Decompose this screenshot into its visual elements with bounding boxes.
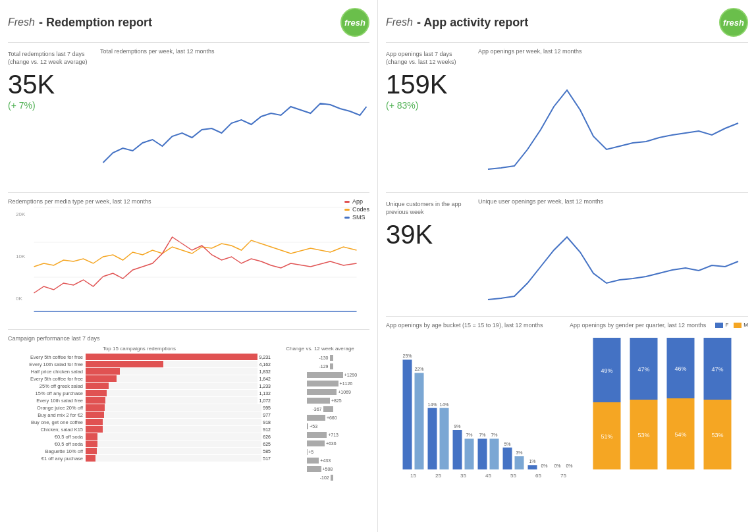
y-label-20k: 20K [16, 211, 25, 217]
right-panel: Fresh - App activity report fresh App op… [378, 0, 756, 532]
campaign-row: Chicken; salad K15912 [8, 426, 271, 433]
left-metric-box: Total redemptions last 7 days (change vs… [8, 48, 100, 187]
left-top-sparkline [100, 57, 369, 179]
campaign-bar-wrap [86, 383, 257, 389]
campaign-name: €1 off any puchase [8, 456, 86, 462]
legend-codes-dot [344, 209, 350, 211]
campaign-name: Buy one, get one coffee [8, 419, 86, 425]
campaign-bar [86, 426, 103, 433]
age-bar-f [428, 408, 437, 469]
change-rows: -130-129+1290+1126+1069+825-367+660+53+7… [271, 354, 369, 481]
change-value: +660 [327, 415, 337, 420]
campaign-row: €0,5 off soda626 [8, 433, 271, 440]
age-x-label: 45 [485, 473, 491, 479]
right-mid-chart-label: Unique user openings per week, last 12 m… [478, 198, 748, 205]
right-metric-box-mid: Unique customers in the app previous wee… [386, 198, 478, 311]
age-bar-f-label: 0% [554, 464, 560, 468]
left-metric-change: (+ 7%) [8, 100, 100, 111]
left-panel: Fresh - Redemption report fresh Total re… [0, 0, 378, 532]
change-neg-bar-wrap: -129 [271, 363, 333, 369]
gender-chart-section: App openings by gender per quarter, last… [570, 322, 748, 519]
right-logo: fresh [719, 8, 748, 37]
campaign-rows: Every 5th coffee for free9,231Every 10th… [8, 354, 271, 462]
legend-m-dot [734, 323, 742, 328]
legend-m: M [734, 322, 748, 328]
age-bar-m [490, 439, 499, 469]
change-pos-bar [307, 466, 321, 472]
campaign-bar [86, 361, 163, 367]
campaign-bar-wrap [86, 404, 261, 411]
right-brand: Fresh - App activity report [386, 16, 528, 30]
campaign-row: Every 5th coffee for free1,642 [8, 375, 271, 382]
campaign-bar [86, 412, 104, 418]
change-value: +433 [320, 458, 331, 463]
right-top-section: App openings last 7 days (change vs. las… [386, 48, 748, 193]
campaign-name: Baguette 10% off [8, 448, 86, 454]
gender-m-label: 53% [637, 432, 649, 439]
age-bar-m-label: 22% [414, 367, 423, 371]
campaign-value: 1,642 [259, 377, 271, 381]
campaign-row: Every 5th coffee for free9,231 [8, 354, 271, 360]
left-metric-label: Total redemptions last 7 days (change vs… [8, 51, 100, 66]
change-pos-bar [307, 415, 325, 421]
age-bar-m [515, 456, 524, 469]
legend-app-dot [344, 201, 350, 203]
change-pos-bar [307, 398, 330, 404]
campaign-name: Every 5th coffee for free [8, 376, 86, 382]
campaign-bar [86, 354, 257, 360]
change-row: -129 [271, 362, 369, 370]
campaign-bar-wrap [86, 390, 257, 396]
campaign-name: 25% off greek salad [8, 383, 86, 389]
campaign-value: 517 [263, 456, 271, 461]
legend-f-dot [715, 323, 723, 328]
gender-m-label: 54% [674, 431, 686, 438]
age-bar-chart: 25%22%1514%14%259%7%357%7%455%3%551%0%65… [386, 331, 564, 496]
right-metric-box-top: App openings last 7 days (change vs. las… [386, 48, 478, 187]
left-top-chart-label: Total redemptions per week, last 12 mont… [100, 48, 369, 55]
left-brand: Fresh - Redemption report [8, 16, 152, 30]
age-bar-m [415, 373, 424, 469]
change-pos-bar-wrap: +5 [307, 449, 369, 455]
change-value: -367 [312, 407, 321, 412]
right-metric-label-top: App openings last 7 days (change vs. las… [386, 51, 478, 66]
campaign-name: Orange juice 20% off [8, 405, 86, 411]
dashboard: Fresh - Redemption report fresh Total re… [0, 0, 756, 532]
campaign-bar-wrap [86, 397, 257, 404]
change-value: +1069 [338, 390, 351, 394]
campaign-bar [86, 440, 97, 447]
campaign-value: 1,233 [259, 384, 271, 388]
age-bar-f-label: 14% [427, 402, 437, 407]
left-mid-label: Redemptions per media type per week, las… [8, 198, 369, 205]
campaign-bar-wrap [86, 440, 261, 447]
left-logo: fresh [340, 8, 369, 37]
age-bar-m-label: 7% [491, 433, 497, 437]
legend-f-label: F [725, 322, 728, 328]
campaign-row: 15% off any purchase1,132 [8, 390, 271, 396]
change-value: +508 [323, 467, 333, 471]
campaign-value: 912 [263, 427, 271, 432]
age-bar-m [440, 408, 449, 469]
right-metric-value-top: 159K [386, 71, 478, 97]
legend-m-label: M [743, 322, 748, 328]
right-metric-label-mid: Unique customers in the app previous wee… [386, 201, 478, 216]
change-row: +5 [271, 448, 369, 456]
change-neg-bar [330, 355, 334, 361]
campaign-bar [86, 419, 103, 425]
age-bar-f [453, 430, 462, 469]
campaign-value: 995 [263, 406, 271, 410]
change-row: +1126 [271, 379, 369, 387]
campaign-value: 977 [263, 413, 271, 417]
change-row: +825 [271, 396, 369, 404]
age-bar-f-label: 7% [479, 433, 485, 437]
right-top-chart: App openings per week, last 12 months [478, 48, 748, 187]
campaign-bar-wrap [86, 354, 257, 360]
change-section: Change vs. 12 week average -130-129+1290… [271, 346, 369, 482]
right-report-title: - App activity report [417, 16, 528, 30]
campaign-value: 1,832 [259, 369, 271, 374]
campaign-value: 585 [263, 449, 271, 454]
right-bottom-section: App openings by age bucket (15 = 15 to 1… [386, 322, 748, 519]
campaign-bar-wrap [86, 426, 261, 433]
right-metric-value-mid: 39K [386, 221, 478, 248]
campaign-row: Orange juice 20% off995 [8, 404, 271, 411]
change-row: -102 [271, 473, 369, 481]
